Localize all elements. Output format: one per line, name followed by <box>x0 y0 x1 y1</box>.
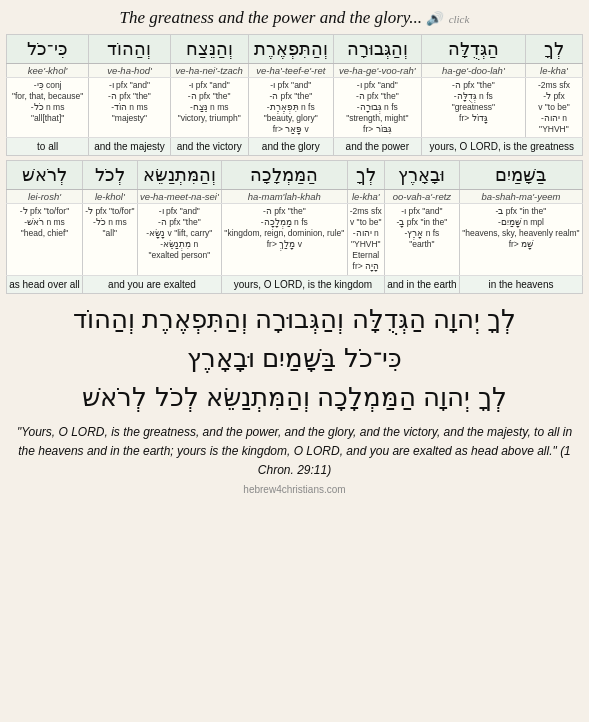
grammar-cell: -ל pfx "to/for"-כֹל n ms"all" <box>83 204 138 275</box>
hebrew-line-1: לְךָ יְהוָה הַגְּדֻלָּה וְהַגְּבוּרָה וְ… <box>6 300 583 339</box>
english-word: as head over all <box>7 275 83 293</box>
english-word: and the glory <box>248 138 333 156</box>
hebrew-line-3: לְךָ יְהוָה הַמַּמְלָכָה וְהַמִּתְנַשֵּׂ… <box>6 378 583 417</box>
grammar-cell: -כִּי conj"for, that, because"-כֹל n ms"… <box>7 78 89 138</box>
page-title: The greatness and the power and the glor… <box>6 8 583 28</box>
grammar-cell: -ב pfx "in the"-שָּׁמַיִם n mpl"heavens,… <box>459 204 582 275</box>
quote-text: "Yours, O LORD, is the greatness, and th… <box>17 425 572 458</box>
english-word: and you are exalted <box>83 275 222 293</box>
translit-word: ve-ha-ge'-voo-rah' <box>333 64 421 78</box>
hebrew-word: וְהַנֵּצַח <box>170 35 248 64</box>
english-word: and the victory <box>170 138 248 156</box>
table-row2: לְרֹאשׁלְכֹלוְהַמִּתְנַשֵּׂאהַמַּמְלָכָה… <box>6 160 583 293</box>
translit-word: ve-ha-hod' <box>89 64 171 78</box>
english-word: and the power <box>333 138 421 156</box>
footer: hebrew4christians.com <box>6 484 583 495</box>
hebrew-word: וְהַגְּבוּרָה <box>333 35 421 64</box>
grammar-cell: -ל pfx "to/for"-רֹאשׁ n ms"head, chief" <box>7 204 83 275</box>
hebrew-line-2: כִּי־כֹל בַּשָּׁמַיִם וּבָאָרֶץ <box>6 339 583 378</box>
translit-word: le-kha' <box>525 64 582 78</box>
grammar-cell: -ו pfx "and"-בָ pfx "in the"-אָרֶץ n fs"… <box>384 204 459 275</box>
translit-word: le-khol' <box>83 190 138 204</box>
grammar-cell: -ו pfx "and"-ה pfx "the"-נָשָׂא v "lift,… <box>137 204 221 275</box>
grammar-cell: -2ms sfxv "to be"-יהוה n"YHVH"Eternalfr>… <box>347 204 384 275</box>
translit-word: ba-shah-ma'-yeem <box>459 190 582 204</box>
hebrew-word: וְהַהוֹד <box>89 35 171 64</box>
translit-word: lei-rosh' <box>7 190 83 204</box>
english-word: to all <box>7 138 89 156</box>
translit-word: ve-ha-meet-na-sei' <box>137 190 221 204</box>
title-text: The greatness and the power and the glor… <box>120 8 423 27</box>
grammar-cell: -ה pfx "the"-מַמְלָכָה n fs"kingdom, rei… <box>222 204 348 275</box>
english-word: and the majesty <box>89 138 171 156</box>
hebrew-word: בַּשָּׁמַיִם <box>459 161 582 190</box>
grammar-cell: -ו pfx "and"-ה pfx "the"-גְּבוּרָה n fs"… <box>333 78 421 138</box>
translit-word: le-kha' <box>347 190 384 204</box>
hebrew-word: וּבָאָרֶץ <box>384 161 459 190</box>
english-word: and in the earth <box>384 275 459 293</box>
click-label[interactable]: click <box>449 13 470 25</box>
grammar-cell: -ו pfx "and"-ה pfx "the"-נֵּצַח n ms"vic… <box>170 78 248 138</box>
translit-word: ve-ha'-teef-e'-ret <box>248 64 333 78</box>
translit-word: ve-ha-nei'-tzach <box>170 64 248 78</box>
hebrew-word: לְךָ <box>347 161 384 190</box>
hebrew-word: לְכֹל <box>83 161 138 190</box>
english-word: yours, O LORD, is the kingdom <box>222 275 385 293</box>
translit-word: kee'-khol' <box>7 64 89 78</box>
english-quote: "Yours, O LORD, is the greatness, and th… <box>10 423 579 481</box>
grammar-cell: -ו pfx "and"-ה pfx "the"-הוֹד n ms"majes… <box>89 78 171 138</box>
english-word: in the heavens <box>459 275 582 293</box>
hebrew-word: לְרֹאשׁ <box>7 161 83 190</box>
table-row1: כִּי־כֹלוְהַהוֹדוְהַנֵּצַחוְהַתִּפְאֶרֶת… <box>6 34 583 156</box>
hebrew-word: וְהַמִּתְנַשֵּׂא <box>137 161 221 190</box>
hebrew-word: כִּי־כֹל <box>7 35 89 64</box>
english-word: yours, O LORD, is the greatness <box>421 138 582 156</box>
sound-icon[interactable]: 🔊 <box>426 11 442 26</box>
page-container: The greatness and the power and the glor… <box>0 0 589 503</box>
hebrew-word: הַגְּדֻלָּה <box>421 35 525 64</box>
translit-word: oo-vah-a'-retz <box>384 190 459 204</box>
hebrew-word: וְהַתִּפְאֶרֶת <box>248 35 333 64</box>
grammar-cell: -ה pfx "the"-גְּדֻלָּה n fs"greatness"fr… <box>421 78 525 138</box>
grammar-cell: -2ms sfx-ל pfxv "to be"-יהוה n"YHVH" <box>525 78 582 138</box>
hebrew-word: הַמַּמְלָכָה <box>222 161 348 190</box>
translit-word: ha-mam'lah-khah <box>222 190 348 204</box>
hebrew-large-text: לְךָ יְהוָה הַגְּדֻלָּה וְהַגְּבוּרָה וְ… <box>6 300 583 417</box>
grammar-cell: -ו pfx "and"-ה pfx "the"-תִּפְאֶרֶת n fs… <box>248 78 333 138</box>
footer-text: hebrew4christians.com <box>243 484 345 495</box>
translit-word: ha-ge'-doo-lah' <box>421 64 525 78</box>
hebrew-word: לְךָ <box>525 35 582 64</box>
